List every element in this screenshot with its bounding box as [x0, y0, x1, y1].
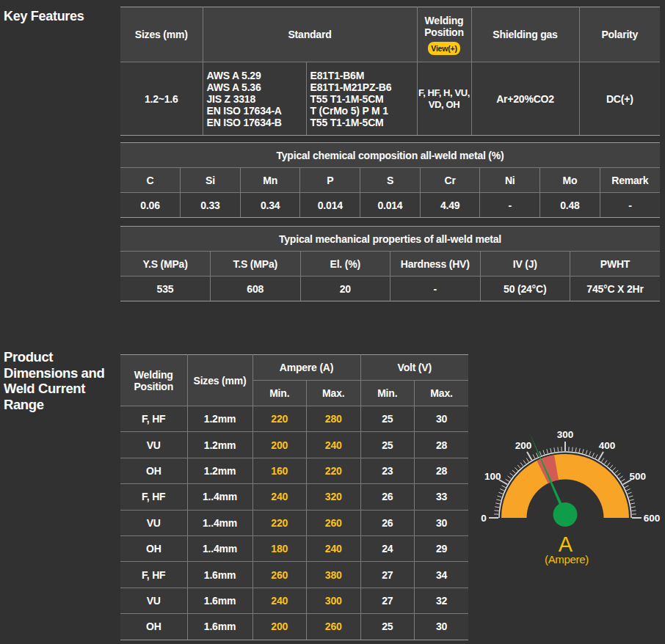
svg-text:200: 200 [515, 440, 532, 451]
svg-text:500: 500 [629, 471, 646, 482]
svg-text:300: 300 [557, 429, 574, 440]
svg-text:400: 400 [599, 440, 616, 451]
svg-text:100: 100 [484, 471, 501, 482]
svg-text:0: 0 [481, 513, 487, 524]
svg-text:600: 600 [644, 513, 661, 524]
svg-text:(Ampere): (Ampere) [545, 553, 589, 566]
